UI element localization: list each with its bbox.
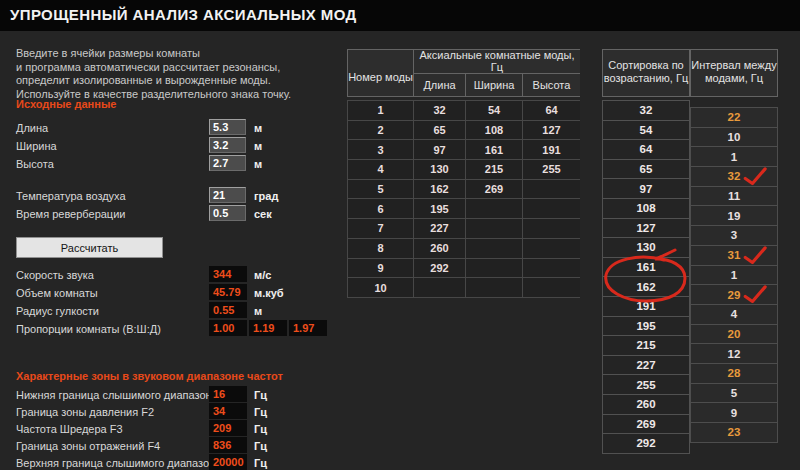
intro-line: определит изолированные и вырожденные мо… xyxy=(16,74,291,88)
mode-number-cell: 7 xyxy=(348,219,413,238)
sorted-mode-cell: 195 xyxy=(603,317,689,336)
sorted-mode-cell: 108 xyxy=(603,199,689,218)
zone-frequency-value: 20000 xyxy=(209,454,247,470)
mode-value-cell: 269 xyxy=(466,180,522,199)
interval-cell: 3 xyxy=(691,226,777,245)
unit-label: м.куб xyxy=(254,287,284,299)
mode-value-cell: 255 xyxy=(523,160,580,179)
field-row: Скорость звука344м/с xyxy=(16,268,351,284)
sorted-mode-cell: 162 xyxy=(603,277,689,296)
dimension-input[interactable]: 3.2 xyxy=(209,137,246,153)
unit-label: м xyxy=(254,158,262,170)
field-label: Высота xyxy=(16,158,54,170)
interval-cell: 29 xyxy=(691,285,777,304)
unit-label: сек xyxy=(254,208,272,220)
unit-label: Гц xyxy=(254,440,267,452)
interval-cell: 9 xyxy=(691,403,777,422)
mode-number-header: Номер моды xyxy=(348,50,413,96)
mode-value-cell xyxy=(523,219,580,238)
interval-cell: 32 xyxy=(691,167,777,186)
sorted-mode-cell: 32 xyxy=(603,101,689,120)
page-title: УПРОЩЕННЫЙ АНАЛИЗ АКСИАЛЬНЫХ МОД xyxy=(10,6,357,23)
result-value: 1.97 xyxy=(289,320,327,336)
result-value: 1.00 xyxy=(209,320,247,336)
mode-number-cell: 5 xyxy=(348,180,413,199)
mode-subheader: Высота xyxy=(523,74,580,97)
interval-table-body: 2210132111933112942012285923 xyxy=(690,107,778,443)
unit-label: м/с xyxy=(254,269,271,281)
mode-value-cell: 65 xyxy=(414,121,465,140)
unit-label: м xyxy=(254,140,262,152)
field-label: Нижняя граница слышимого диапазона F1 xyxy=(16,389,234,401)
interval-cell: 5 xyxy=(691,384,777,403)
field-row: Объем комнаты45.79м.куб xyxy=(16,286,351,302)
mode-value-cell: 191 xyxy=(523,140,580,159)
result-value: 45.79 xyxy=(209,284,247,300)
mode-value-cell xyxy=(466,219,522,238)
field-label: Время реверберации xyxy=(16,208,125,220)
mode-value-cell: 227 xyxy=(414,219,465,238)
field-label: Частота Шредера F3 xyxy=(16,423,123,435)
mode-value-cell: 161 xyxy=(466,140,522,159)
axial-modes-table: Номер моды Аксиальные комнатные моды, Гц… xyxy=(347,49,580,298)
parameter-input[interactable]: 0.5 xyxy=(209,205,246,221)
field-label: Температура воздуха xyxy=(16,190,126,202)
mode-number-cell: 6 xyxy=(348,199,413,218)
interval-cell: 4 xyxy=(691,305,777,324)
field-label: Пропорции комнаты (В:Ш:Д) xyxy=(16,323,161,335)
field-label: Объем комнаты xyxy=(16,287,98,299)
mode-value-cell xyxy=(523,259,580,278)
field-row: Граница зоны давления F234Гц xyxy=(16,405,351,421)
dimension-input[interactable]: 5.3 xyxy=(209,119,246,135)
interval-cell: 20 xyxy=(691,325,777,344)
field-label: Длина xyxy=(16,122,48,134)
mode-value-cell: 97 xyxy=(414,140,465,159)
interval-cell: 1 xyxy=(691,266,777,285)
unit-label: Гц xyxy=(254,406,267,418)
sorted-table-body: 3254646597108127130161162191195215227255… xyxy=(602,100,690,454)
field-row: Радиус гулкости0.55м xyxy=(16,304,351,320)
dimension-input[interactable]: 2.7 xyxy=(209,155,246,171)
zone-frequency-value: 836 xyxy=(209,437,247,453)
mode-number-cell: 8 xyxy=(348,239,413,258)
mode-value-cell: 162 xyxy=(414,180,465,199)
interval-cell: 11 xyxy=(691,187,777,206)
intro-text: Введите в ячейки размеры комнатыи програ… xyxy=(16,47,291,101)
field-row: Частота Шредера F3209Гц xyxy=(16,422,351,438)
field-label: Ширина xyxy=(16,140,57,152)
interval-cell: 23 xyxy=(691,423,777,442)
mode-number-cell: 2 xyxy=(348,121,413,140)
mode-value-cell xyxy=(523,180,580,199)
sorted-mode-cell: 54 xyxy=(603,121,689,140)
field-row: Температура воздуха21град xyxy=(16,189,351,205)
sorted-mode-cell: 191 xyxy=(603,297,689,316)
field-row: Время реверберации0.5сек xyxy=(16,207,351,223)
sorted-mode-cell: 130 xyxy=(603,238,689,257)
mode-number-cell: 1 xyxy=(348,101,413,120)
zone-frequency-value: 34 xyxy=(209,403,247,419)
sorted-mode-cell: 260 xyxy=(603,395,689,414)
calculate-button[interactable]: Рассчитать xyxy=(16,237,163,258)
mode-table-body: 1325464265108127397161191413021525551622… xyxy=(347,100,580,298)
parameter-input[interactable]: 21 xyxy=(209,187,246,203)
mode-table-header: Номер моды Аксиальные комнатные моды, Гц… xyxy=(347,49,580,97)
sorted-frequencies-column: Сортировка по возрастанию, Гц 3254646597… xyxy=(602,49,690,454)
field-row: Верхняя граница слышимого диапазона F520… xyxy=(16,456,351,470)
mode-number-cell: 4 xyxy=(348,160,413,179)
section-header-zones: Характерные зоны в звуковом диапазоне ча… xyxy=(16,370,283,382)
mode-value-cell: 292 xyxy=(414,259,465,278)
field-row: Граница зоны отражений F4836Гц xyxy=(16,439,351,455)
mode-value-cell: 127 xyxy=(523,121,580,140)
mode-subheader: Ширина xyxy=(466,74,522,97)
sorted-mode-cell: 292 xyxy=(603,434,689,453)
field-row: Ширина3.2м xyxy=(16,139,351,155)
red-checkmark-icon xyxy=(742,246,769,266)
section-header-source-data: Исходные данные xyxy=(16,98,116,110)
intro-line: и программа автоматически рассчитает рез… xyxy=(16,61,291,75)
intro-line: Введите в ячейки размеры комнаты xyxy=(16,47,291,61)
field-label: Граница зоны давления F2 xyxy=(16,406,154,418)
result-value: 1.19 xyxy=(249,320,287,336)
mode-value-cell xyxy=(466,259,522,278)
mode-value-cell xyxy=(523,278,580,297)
field-row: Длина5.3м xyxy=(16,121,351,137)
